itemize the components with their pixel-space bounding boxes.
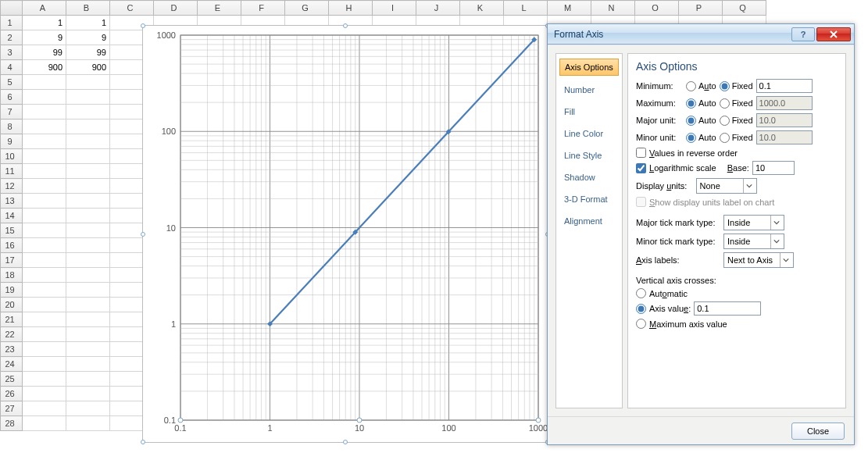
embedded-chart[interactable]: 0.111010010000.11101001000 [142, 25, 548, 443]
major-auto-radio[interactable]: Auto [686, 116, 716, 126]
maximum-auto-radio[interactable]: Auto [686, 98, 716, 109]
help-button[interactable]: ? [791, 27, 815, 41]
svg-point-86 [357, 418, 362, 423]
dialog-panel: Axis Options Minimum: Auto Fixed Maximum… [627, 53, 846, 408]
svg-text:10: 10 [166, 223, 176, 233]
axis-labels-label: Axis labels: [636, 255, 720, 265]
svg-text:100: 100 [441, 423, 455, 433]
maximum-input[interactable] [756, 96, 813, 110]
major-unit-input[interactable] [756, 113, 813, 127]
major-tick-select[interactable]: Inside [723, 215, 784, 230]
log-scale-checkbox[interactable] [636, 163, 646, 173]
svg-text:1000: 1000 [157, 30, 176, 40]
minor-unit-label: Minor unit: [636, 133, 683, 142]
minimum-input[interactable] [756, 79, 813, 93]
log-base-input[interactable] [752, 161, 795, 175]
crosses-value-label: Axis value: [649, 304, 691, 313]
svg-point-85 [178, 418, 183, 423]
close-window-button[interactable] [816, 27, 851, 41]
svg-text:100: 100 [162, 127, 176, 136]
show-units-checkbox [636, 197, 646, 207]
chevron-down-icon [773, 219, 780, 226]
svg-text:1: 1 [267, 423, 272, 433]
minimum-auto-radio[interactable]: Auto [686, 81, 716, 91]
chevron-down-icon [773, 238, 780, 244]
close-icon [830, 30, 838, 38]
crosses-value-input[interactable] [694, 301, 761, 316]
crosses-auto-radio[interactable] [636, 288, 646, 298]
maximum-label: Maximum: [636, 98, 683, 108]
svg-text:10: 10 [355, 423, 364, 433]
format-axis-dialog: Format Axis ? Axis OptionsNumberFillLine… [547, 23, 855, 445]
minimum-fixed-radio[interactable]: Fixed [720, 81, 753, 91]
nav-item-shadow[interactable]: Shadow [559, 169, 619, 185]
dialog-nav: Axis OptionsNumberFillLine ColorLine Sty… [555, 53, 623, 408]
minor-tick-select[interactable]: Inside [723, 234, 784, 249]
chevron-down-icon [746, 183, 752, 189]
chart-canvas: 0.111010010000.11101001000 [143, 26, 549, 444]
base-label: Base: [727, 163, 749, 173]
svg-point-87 [536, 418, 541, 423]
nav-item-line-color[interactable]: Line Color [559, 126, 619, 141]
major-tick-label: Major tick mark type: [636, 218, 720, 227]
axis-labels-select[interactable]: Next to Axis [723, 252, 794, 268]
nav-item-alignment[interactable]: Alignment [559, 213, 619, 229]
crosses-max-radio[interactable] [636, 319, 646, 329]
major-fixed-radio[interactable]: Fixed [720, 116, 753, 126]
nav-item-axis-options[interactable]: Axis Options [559, 59, 619, 76]
crosses-max-label: Maximum axis value [649, 319, 727, 329]
show-units-label: Show display units label on chart [649, 198, 774, 207]
crosses-auto-label: Automatic [649, 289, 688, 298]
dialog-titlebar[interactable]: Format Axis ? [548, 24, 854, 45]
svg-text:1000: 1000 [529, 423, 548, 433]
crosses-heading: Vertical axis crosses: [636, 276, 838, 285]
crosses-value-radio[interactable] [636, 304, 646, 314]
minor-tick-label: Minor tick mark type: [636, 237, 720, 246]
minor-unit-input[interactable] [756, 130, 813, 144]
log-scale-label: Logarithmic scale [649, 163, 716, 173]
nav-item-line-style[interactable]: Line Style [559, 148, 619, 163]
nav-item-3-d-format[interactable]: 3-D Format [559, 191, 619, 207]
display-units-select[interactable]: None [696, 178, 757, 194]
major-unit-label: Major unit: [636, 116, 683, 125]
minor-auto-radio[interactable]: Auto [686, 133, 716, 143]
reverse-order-label: Values in reverse order [649, 148, 738, 158]
svg-text:0.1: 0.1 [174, 423, 186, 433]
nav-item-number[interactable]: Number [559, 82, 619, 98]
display-units-label: Display units: [636, 181, 687, 191]
close-button[interactable]: Close [791, 423, 845, 440]
maximum-fixed-radio[interactable]: Fixed [720, 98, 753, 109]
dialog-title: Format Axis [554, 29, 603, 40]
reverse-order-checkbox[interactable] [636, 148, 646, 158]
svg-text:1: 1 [171, 319, 176, 329]
nav-item-fill[interactable]: Fill [559, 104, 619, 119]
minor-fixed-radio[interactable]: Fixed [720, 133, 753, 143]
panel-heading: Axis Options [636, 60, 838, 73]
svg-text:0.1: 0.1 [164, 415, 176, 425]
minimum-label: Minimum: [636, 81, 683, 91]
chevron-down-icon [783, 257, 789, 263]
